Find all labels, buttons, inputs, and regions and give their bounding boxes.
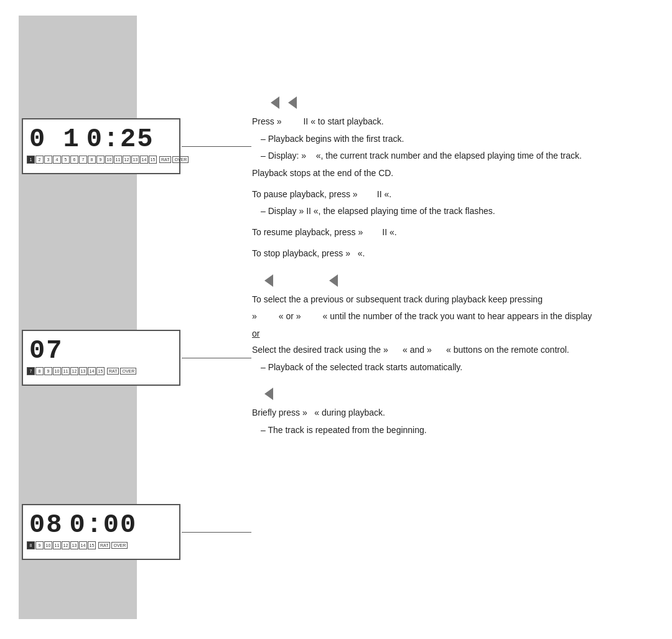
track-numbers-2: 7 8 9 10 11 12 13 14 15 [27,367,105,375]
play-arrows [271,96,635,109]
track-num: 1 [27,156,35,164]
track-number-1: 0 1 [29,124,80,154]
connector-line-3 [182,532,251,533]
repeat-arrow-icon [264,388,273,400]
section-play: Press » II « to start playback. – Playba… [252,96,635,261]
track-num: 10 [105,156,113,164]
prev-track-icon [264,274,273,287]
track-num: 4 [53,156,61,164]
track-num: 13 [131,156,139,164]
track-text-1: To select the a previous or subsequent t… [252,293,635,307]
play-text-4: Playback stops at the end of the CD. [252,167,635,180]
track-num: 9 [44,367,52,375]
track-num: 6 [70,156,78,164]
time-display-3: 0:00 [69,510,137,540]
section-track: To select the a previous or subsequent t… [252,274,635,375]
pause-text-2: – Display » II «, the elapsed playing ti… [252,205,635,218]
track-num: 13 [79,367,87,375]
track-arrows [264,274,635,287]
track-num: 14 [140,156,148,164]
next-track-icon [329,274,338,287]
over-badge: OVER [172,156,189,163]
track-num: 14 [79,541,87,549]
track-text-3: Select the desired track using the » « a… [252,343,635,357]
rat-badge: RAT [98,542,110,549]
repeat-text-1: Briefly press » « during playback. [252,406,635,420]
or-label: or [252,329,635,338]
track-num: 7 [79,156,87,164]
connector-line-1 [182,146,251,147]
badges-2: RAT OVER [107,368,136,375]
track-num: 11 [62,367,70,375]
track-num: 3 [44,156,52,164]
track-text-2: » « or » « until the number of the track… [252,310,635,324]
display-box-1: 0 1 0:25 1 2 3 4 5 6 7 8 9 10 11 12 13 1… [22,118,180,174]
track-num: 11 [53,541,61,549]
track-num: 8 [35,367,44,375]
track-num: 5 [62,156,70,164]
connector-line-2 [182,358,251,358]
track-num: 15 [96,367,105,375]
play-text-3: – Display: » «, the current track number… [252,149,635,163]
badges-1: RAT OVER [159,156,189,163]
track-num: 9 [35,541,44,549]
track-num: 11 [114,156,122,164]
track-num: 7 [27,367,35,375]
track-num: 12 [62,541,70,549]
track-number-3: 08 [29,510,63,540]
badges-3: RAT OVER [98,542,128,549]
play-text-1: Press » II « to start playback. [252,115,635,129]
play-pause-arrow-icon [288,96,297,109]
track-num: 9 [96,156,105,164]
track-text-4: – Playback of the selected track starts … [252,361,635,375]
track-num: 8 [88,156,96,164]
repeat-arrows [264,388,635,400]
pause-text-1: To pause playback, press » II «. [252,188,635,202]
resume-text: To resume playback, press » II «. [252,226,635,240]
display-box-3: 08 0:00 8 9 10 11 12 13 14 15 RAT OVER [22,504,180,560]
over-badge: OVER [120,368,136,375]
track-num: 14 [88,367,96,375]
prev-arrow-icon [271,96,279,109]
repeat-text-2: – The track is repeated from the beginni… [252,424,635,437]
track-num: 12 [70,367,78,375]
track-num: 10 [53,367,61,375]
track-num: 12 [123,156,131,164]
track-num: 13 [70,541,78,549]
track-numbers-3: 8 9 10 11 12 13 14 15 [27,541,96,549]
section-repeat: Briefly press » « during playback. – The… [252,388,635,437]
over-badge: OVER [111,542,128,549]
track-number-2: 07 [29,336,63,366]
stop-text: To stop playback, press » «. [252,247,635,261]
track-num: 8 [27,541,35,549]
play-text-2: – Playback begins with the first track. [252,133,635,146]
time-display-1: 0:25 [86,124,154,154]
track-num: 15 [149,156,157,164]
track-num: 2 [35,156,44,164]
track-numbers-1: 1 2 3 4 5 6 7 8 9 10 11 12 13 14 15 [27,156,157,164]
display-box-2: 07 7 8 9 10 11 12 13 14 15 RAT OVER [22,330,180,386]
track-num: 15 [88,541,96,549]
rat-badge: RAT [107,368,119,375]
track-num: 10 [44,541,52,549]
content-area: Press » II « to start playback. – Playba… [252,96,635,441]
rat-badge: RAT [159,156,171,163]
